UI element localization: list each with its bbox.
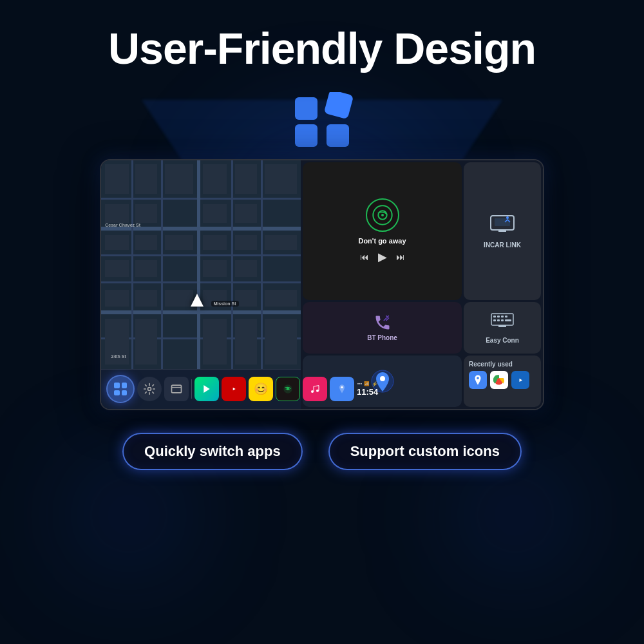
incar-link-card[interactable]: INCAR LINK [464,162,541,300]
svg-point-10 [311,390,314,393]
signal-icon: ▪▪▪ [357,381,362,387]
svg-point-4 [148,388,151,391]
taskbar: 😊 [101,369,301,409]
apps-grid-dot [122,390,128,396]
next-button[interactable]: ⏭ [396,252,405,262]
spotify-card[interactable]: Don't go away ⏮ ▶ ⏭ [303,162,462,300]
incar-link-label: INCAR LINK [484,242,521,249]
svg-rect-5 [172,385,182,393]
bg-glow-bottom-right [419,451,612,580]
custom-icons-pill: Support custom icons [328,433,522,470]
maps-taskbar-icon[interactable] [330,377,354,401]
taskbar-separator [191,379,192,399]
clock-display: 11:54 [357,387,378,397]
svg-rect-28 [505,319,511,321]
spotify-song-title: Don't go away [358,237,406,245]
spotify-taskbar-icon[interactable] [276,377,300,401]
recently-used-label: Recently used [469,361,536,368]
easy-conn-label: Easy Conn [486,337,519,344]
taskbar-status: ▪▪▪ 📶 ⚡ 11:54 [357,381,378,397]
wifi-icon: 📶 [364,381,370,387]
screen-mockup: Mission St 24th St Cesar Chavez St [100,159,544,410]
spotify-icon [366,198,399,232]
svg-point-19 [506,216,509,219]
recent-maps-icon[interactable] [469,371,487,389]
apps-grid-dot [122,383,128,388]
page-container: User-Friendly Design [0,0,644,644]
feature-pills: Quickly switch apps Support custom icons [122,433,522,470]
quickly-switch-text: Quickly switch apps [144,443,281,459]
youtube-icon[interactable] [222,377,246,401]
apps-switcher-button[interactable] [106,375,135,403]
bt-phone-card[interactable]: BT Phone [303,302,462,354]
map-bg: Mission St 24th St Cesar Chavez St [101,160,301,369]
svg-rect-2 [295,124,317,147]
svg-point-15 [381,214,384,216]
screen-inner: Mission St 24th St Cesar Chavez St [101,160,543,409]
map-section: Mission St 24th St Cesar Chavez St [101,160,301,409]
settings-button[interactable] [137,377,162,401]
svg-rect-27 [501,319,504,321]
custom-icons-text: Support custom icons [350,443,500,459]
panel-mid-row: BT Phone [303,302,541,354]
recent-chrome-icon[interactable] [490,371,508,389]
right-panel: Don't go away ⏮ ▶ ⏭ [301,160,543,409]
svg-point-31 [380,376,385,381]
music-icon[interactable] [303,377,327,401]
svg-rect-23 [501,316,504,317]
bg-glow-bottom-left [32,451,225,580]
panel-top-row: Don't go away ⏮ ▶ ⏭ [303,162,541,300]
svg-rect-29 [498,325,506,327]
street-label-24th: 24th St [111,354,126,359]
spotify-controls: ⏮ ▶ ⏭ [360,250,405,264]
bt-icon-small: ⚡ [372,381,378,387]
svg-rect-0 [295,97,317,120]
page-title: User-Friendly Design [108,24,536,73]
emoji-icon[interactable]: 😊 [249,377,273,401]
prev-button[interactable]: ⏮ [360,252,369,262]
svg-rect-26 [497,319,500,321]
svg-point-32 [477,377,479,379]
svg-rect-1 [324,92,354,119]
recent-apps-row [469,371,536,389]
apps-grid-dot [114,383,120,388]
play-store-icon[interactable] [194,377,219,401]
nav-arrow [191,294,204,307]
easy-conn-card[interactable]: Easy Conn [464,302,541,354]
svg-point-11 [316,390,319,392]
incar-link-icon [489,213,515,238]
play-button[interactable]: ▶ [378,250,387,264]
map-canvas: Mission St 24th St Cesar Chavez St [101,160,301,369]
apps-grid-icon [114,383,127,395]
logo-icon [290,92,354,153]
mission-street-label: Mission St [211,301,239,307]
easy-conn-icon [490,311,515,334]
window-button[interactable] [164,377,189,401]
svg-rect-22 [497,316,500,317]
bt-phone-label: BT Phone [367,334,397,341]
bt-phone-icon [374,314,392,332]
recently-used-card: Recently used [464,355,541,407]
quickly-switch-pill: Quickly switch apps [122,433,303,470]
svg-rect-25 [493,319,496,321]
svg-rect-18 [498,230,506,232]
recent-video-icon[interactable] [511,371,529,389]
svg-rect-3 [327,124,349,147]
apps-grid-dot [114,390,120,396]
svg-rect-24 [505,316,507,317]
street-label-cesar: Cesar Chavez St [105,223,140,227]
svg-rect-21 [493,316,496,317]
svg-point-12 [341,386,343,388]
